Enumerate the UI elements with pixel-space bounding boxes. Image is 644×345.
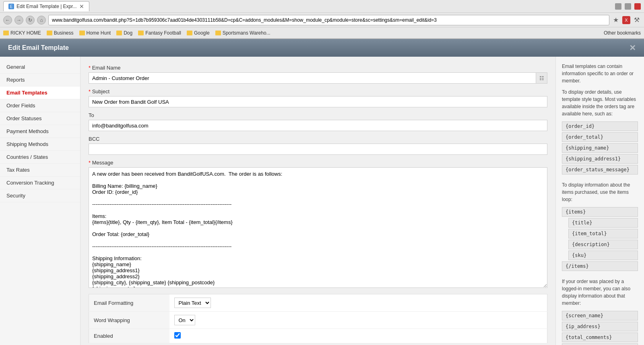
back-button[interactable]: ← bbox=[3, 16, 12, 25]
browser-chrome: E Edit Email Template | Expr... ✕ ← → ↻ … bbox=[0, 0, 644, 39]
bcc-input[interactable] bbox=[89, 144, 547, 155]
bookmark-label: Other bookmarks bbox=[604, 30, 641, 36]
tag-timezone: {timezone} bbox=[562, 343, 638, 345]
to-row: To bbox=[89, 112, 547, 131]
sidebar-item-payment-methods[interactable]: Payment Methods bbox=[0, 125, 80, 138]
page-wrapper: Edit Email Template ✕ General Reports Em… bbox=[0, 39, 644, 345]
settings-table: Email Formatting Plain Text HTML Word Wr… bbox=[89, 294, 547, 343]
extension-icon[interactable]: X bbox=[622, 16, 630, 24]
reload-button[interactable]: ↻ bbox=[26, 16, 35, 25]
email-name-input-wrapper: ☷ bbox=[89, 72, 547, 84]
bookmark-fantasy-football[interactable]: Fantasy Football bbox=[138, 30, 181, 36]
tag-sku: {sku} bbox=[568, 251, 638, 260]
enabled-checkbox[interactable] bbox=[174, 332, 181, 339]
tag-items-close: {/items} bbox=[562, 261, 638, 271]
content-area: * Email Name ☷ * Subject To bbox=[80, 57, 555, 345]
to-input[interactable] bbox=[89, 120, 547, 131]
home-button[interactable]: ⌂ bbox=[37, 16, 46, 25]
right-panel-member-intro: If your order was placed by a logged-in … bbox=[562, 278, 638, 307]
main-layout: General Reports Email Templates Order Fi… bbox=[0, 57, 644, 345]
bookmark-label: Fantasy Football bbox=[145, 30, 181, 36]
bookmark-home-hunt[interactable]: Home Hunt bbox=[79, 30, 111, 36]
enabled-label: Enabled bbox=[89, 329, 169, 343]
tag-order-total: {order_total} bbox=[562, 132, 638, 142]
folder-icon bbox=[187, 31, 192, 35]
tab-favicon: E bbox=[8, 4, 14, 9]
maximize-button[interactable] bbox=[625, 3, 631, 10]
tag-order-id: {order_id} bbox=[562, 121, 638, 131]
bookmark-label: Business bbox=[54, 30, 74, 36]
required-star: * bbox=[89, 88, 91, 94]
sidebar-item-email-templates[interactable]: Email Templates bbox=[0, 86, 80, 99]
message-textarea[interactable]: A new order has been received from Bandi… bbox=[89, 167, 547, 288]
sidebar-item-reports[interactable]: Reports bbox=[0, 74, 80, 86]
bookmark-sportsmans[interactable]: Sportsmans Wareho... bbox=[215, 30, 270, 36]
word-wrapping-row: Word Wrapping On Off bbox=[89, 312, 547, 329]
bookmark-star-icon[interactable]: ★ bbox=[612, 16, 620, 24]
email-formatting-select[interactable]: Plain Text HTML bbox=[174, 298, 211, 308]
tag-total-comments: {total_comments} bbox=[562, 333, 638, 342]
sidebar-item-order-fields[interactable]: Order Fields bbox=[0, 99, 80, 112]
right-panel-items-intro: To display information about the items p… bbox=[562, 181, 638, 203]
bookmark-dog[interactable]: Dog bbox=[116, 30, 132, 36]
folder-icon bbox=[138, 31, 144, 35]
address-bar[interactable] bbox=[48, 15, 609, 25]
bookmark-label: RICKY HOME bbox=[10, 30, 41, 36]
required-star: * bbox=[89, 160, 91, 166]
sidebar-item-countries-states[interactable]: Countries / States bbox=[0, 151, 80, 164]
subject-input[interactable] bbox=[89, 96, 547, 107]
message-label: * Message bbox=[89, 160, 547, 166]
email-name-row: * Email Name ☷ bbox=[89, 65, 547, 84]
sidebar-item-general[interactable]: General bbox=[0, 61, 80, 74]
bookmark-label: Home Hunt bbox=[87, 30, 111, 36]
tab-close-button[interactable]: ✕ bbox=[79, 3, 84, 10]
bookmarks-bar: RICKY HOME Business Home Hunt Dog Fantas… bbox=[0, 27, 644, 39]
bookmark-label: Google bbox=[194, 30, 210, 36]
bcc-row: BCC bbox=[89, 136, 547, 155]
page-title: Edit Email Template bbox=[8, 44, 69, 51]
sidebar-item-conversion-tracking[interactable]: Conversion Tracking bbox=[0, 177, 80, 189]
sidebar-item-security[interactable]: Security bbox=[0, 189, 80, 202]
email-name-label: * Email Name bbox=[89, 65, 547, 71]
email-name-expand-button[interactable]: ☷ bbox=[536, 72, 547, 84]
subject-row: * Subject bbox=[89, 88, 547, 107]
sidebar-item-order-statuses[interactable]: Order Statuses bbox=[0, 112, 80, 125]
sidebar-item-shipping-methods[interactable]: Shipping Methods bbox=[0, 138, 80, 151]
email-formatting-row: Email Formatting Plain Text HTML bbox=[89, 294, 547, 312]
email-formatting-label: Email Formatting bbox=[89, 294, 169, 312]
to-label: To bbox=[89, 112, 547, 118]
close-window-button[interactable] bbox=[634, 3, 641, 10]
sidebar: General Reports Email Templates Order Fi… bbox=[0, 57, 80, 345]
page-header: Edit Email Template ✕ bbox=[0, 39, 644, 57]
bcc-label: BCC bbox=[89, 136, 547, 142]
email-name-input[interactable] bbox=[89, 72, 536, 84]
tag-ip-address: {ip_address} bbox=[562, 322, 638, 331]
tag-shipping-address1: {shipping_address1} bbox=[562, 154, 638, 164]
tag-items-open: {items} bbox=[562, 207, 638, 217]
tag-item-total: {item_total} bbox=[568, 229, 638, 238]
bookmark-business[interactable]: Business bbox=[47, 30, 74, 36]
header-close-icon[interactable]: ✕ bbox=[629, 43, 636, 53]
bookmark-google[interactable]: Google bbox=[187, 30, 210, 36]
right-panel-order-intro: To display order details, use template s… bbox=[562, 88, 638, 117]
right-panel-intro: Email templates can contain information … bbox=[562, 63, 638, 84]
word-wrapping-select[interactable]: On Off bbox=[174, 315, 195, 325]
wrench-icon[interactable]: ⚒ bbox=[633, 16, 641, 24]
tab-title: Edit Email Template | Expr... bbox=[17, 4, 77, 9]
folder-icon bbox=[215, 31, 221, 35]
word-wrapping-label: Word Wrapping bbox=[89, 312, 169, 329]
subject-label: * Subject bbox=[89, 88, 547, 94]
tag-title: {title} bbox=[568, 218, 638, 228]
bookmark-label: Sportsmans Wareho... bbox=[223, 30, 270, 36]
folder-icon bbox=[79, 31, 85, 35]
browser-tab[interactable]: E Edit Email Template | Expr... ✕ bbox=[3, 1, 89, 11]
tag-description: {description} bbox=[568, 240, 638, 249]
forward-button[interactable]: → bbox=[14, 16, 23, 25]
tag-screen-name: {screen_name} bbox=[562, 311, 638, 320]
sidebar-item-tax-rates[interactable]: Tax Rates bbox=[0, 164, 80, 177]
bookmark-ricky-home[interactable]: RICKY HOME bbox=[3, 30, 41, 36]
bookmark-other[interactable]: Other bookmarks bbox=[604, 30, 641, 36]
minimize-button[interactable] bbox=[615, 3, 621, 10]
folder-icon bbox=[116, 31, 122, 35]
required-star: * bbox=[89, 65, 91, 71]
